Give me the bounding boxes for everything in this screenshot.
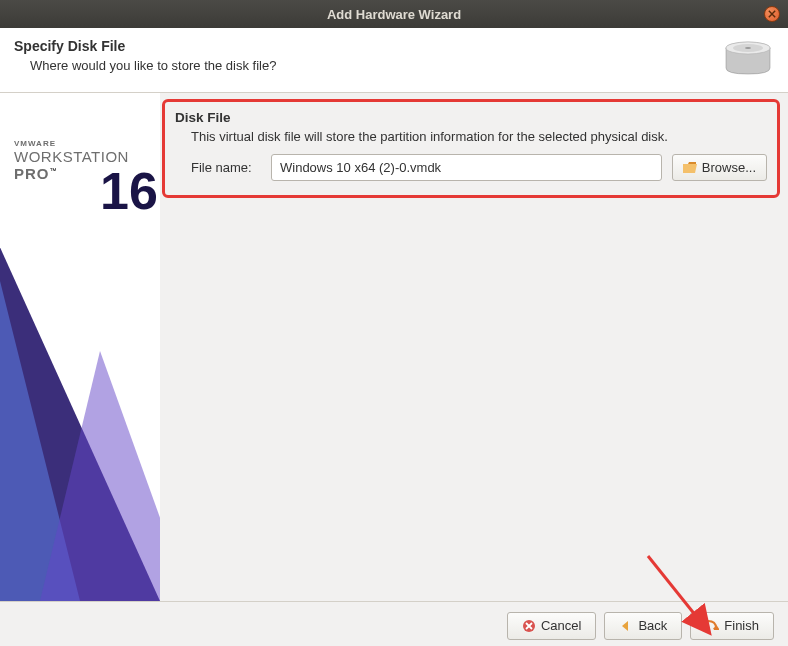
disk-icon (724, 38, 772, 78)
sidebar: VMWARE WORKSTATION PRO™ 16 (0, 93, 160, 601)
footer-buttons: Cancel Back Finish (0, 601, 788, 646)
version-number: 16 (100, 161, 158, 221)
main-area: VMWARE WORKSTATION PRO™ 16 Disk File Thi… (0, 93, 788, 601)
browse-button[interactable]: Browse... (672, 154, 767, 181)
window-title: Add Hardware Wizard (327, 7, 461, 22)
file-name-label: File name: (191, 160, 261, 175)
section-description: This virtual disk file will store the pa… (191, 129, 767, 144)
cancel-button[interactable]: Cancel (507, 612, 596, 640)
finish-button[interactable]: Finish (690, 612, 774, 640)
disk-file-section: Disk File This virtual disk file will st… (162, 99, 780, 198)
finish-icon (705, 619, 719, 633)
cancel-icon (522, 619, 536, 633)
folder-icon (683, 162, 697, 174)
cancel-label: Cancel (541, 618, 581, 633)
svg-point-3 (745, 47, 751, 49)
back-icon (619, 619, 633, 633)
back-button[interactable]: Back (604, 612, 682, 640)
page-title: Specify Disk File (14, 38, 276, 54)
finish-label: Finish (724, 618, 759, 633)
titlebar: Add Hardware Wizard (0, 0, 788, 28)
section-title: Disk File (175, 110, 767, 125)
close-button[interactable] (764, 6, 780, 22)
page-subtitle: Where would you like to store the disk f… (30, 58, 276, 73)
back-label: Back (638, 618, 667, 633)
header: Specify Disk File Where would you like t… (0, 28, 788, 93)
file-name-input[interactable] (271, 154, 662, 181)
browse-label: Browse... (702, 160, 756, 175)
content-panel: Disk File This virtual disk file will st… (160, 93, 788, 601)
